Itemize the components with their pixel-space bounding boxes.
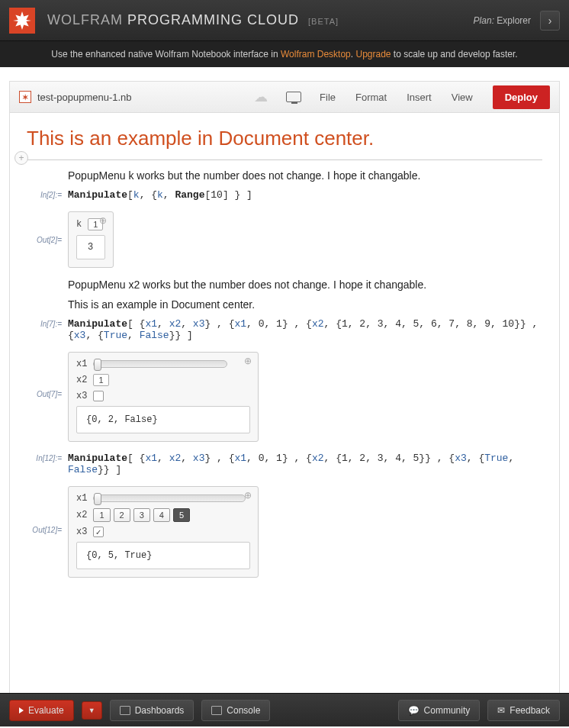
title-divider xyxy=(27,159,542,160)
slider-x1[interactable] xyxy=(93,494,246,502)
plan-label[interactable]: Plan: Explorer xyxy=(474,15,531,26)
dashboard-icon xyxy=(120,706,130,715)
control-label-k: k xyxy=(76,219,82,230)
notebook-body: + This is an example in Document center.… xyxy=(9,113,560,693)
speech-icon: 💬 xyxy=(408,705,420,716)
out-label-12: Out[12]= xyxy=(27,483,68,578)
menu-format[interactable]: Format xyxy=(355,92,387,103)
community-button[interactable]: 💬Community xyxy=(398,700,481,721)
out-label-2: Out[2]= xyxy=(27,208,68,268)
control-label-x3: x3 xyxy=(76,527,87,537)
expand-button[interactable]: › xyxy=(540,11,560,31)
setter-option-4[interactable]: 4 xyxy=(153,508,170,522)
setter-bar-x2: 12345 xyxy=(93,508,190,522)
input-cell-7[interactable]: Manipulate[ {x1, x2, x3} , {x1, 0, 1} , … xyxy=(68,318,542,341)
menu-file[interactable]: File xyxy=(320,92,336,103)
upgrade-link[interactable]: Upgrade xyxy=(355,49,391,60)
play-icon xyxy=(19,707,24,714)
cloud-sync-icon[interactable]: ☁ xyxy=(254,89,268,105)
manipulate-panel-2: ⊕ x1 x2 1 x3 {0, 2, False} xyxy=(68,352,259,442)
notebook-filename[interactable]: test-popupmenu-1.nb xyxy=(37,92,132,103)
feedback-icon: ✉ xyxy=(497,705,505,716)
control-label-x2: x2 xyxy=(76,510,87,520)
text-cell-3: This is an example in Document center. xyxy=(68,298,542,311)
manipulate-result-3: {0, 5, True} xyxy=(76,542,250,569)
control-label-x3: x3 xyxy=(76,391,87,401)
setter-option-3[interactable]: 3 xyxy=(133,508,150,522)
brand-title: WOLFRAM PROGRAMMING CLOUD [BETA] xyxy=(47,12,339,28)
slider-thumb-icon[interactable] xyxy=(94,493,101,505)
manipulate-options-icon[interactable]: ⊕ xyxy=(99,215,107,226)
slider-thumb-icon[interactable] xyxy=(94,359,101,371)
checkbox-x3[interactable] xyxy=(93,391,104,401)
manipulate-options-icon[interactable]: ⊕ xyxy=(244,356,252,366)
input-cell-12[interactable]: Manipulate[ {x1, x2, x3} , {x1, 0, 1} , … xyxy=(68,453,542,475)
deploy-button[interactable]: Deploy xyxy=(493,85,550,109)
present-icon[interactable] xyxy=(286,92,301,102)
control-label-x1: x1 xyxy=(76,493,87,504)
wolfram-logo-icon[interactable] xyxy=(9,8,35,34)
input-cell-2[interactable]: Manipulate[k, {k, Range[10] } ] xyxy=(68,189,542,201)
checkbox-x3[interactable]: ✓ xyxy=(93,527,104,537)
setter-option-5[interactable]: 5 xyxy=(173,508,190,522)
console-button[interactable]: Console xyxy=(201,700,270,721)
menu-insert[interactable]: Insert xyxy=(407,92,432,103)
notebook-file-icon: ✶ xyxy=(19,91,31,103)
promo-banner: Use the enhanced native Wolfram Notebook… xyxy=(0,41,569,67)
svg-marker-0 xyxy=(13,11,31,30)
control-label-x1: x1 xyxy=(76,359,87,369)
bottom-bar: Evaluate ▼ Dashboards Console 💬Community… xyxy=(0,693,569,726)
manipulate-result-1: 3 xyxy=(76,235,105,259)
evaluate-dropdown[interactable]: ▼ xyxy=(82,701,102,720)
dashboards-button[interactable]: Dashboards xyxy=(110,700,194,721)
in-label-12: In[12]:= xyxy=(27,453,68,475)
out-label-7: Out[7]= xyxy=(27,349,68,442)
manipulate-panel-1: ⊕ k 1 3 xyxy=(68,211,114,268)
control-label-x2: x2 xyxy=(76,375,87,385)
wolfram-desktop-link[interactable]: Wolfram Desktop xyxy=(281,49,351,60)
manipulate-panel-3: ⊕ x1 x2 12345 x3 ✓ {0, 5, True} xyxy=(68,486,259,578)
in-label-7: In[7]:= xyxy=(27,318,68,341)
feedback-button[interactable]: ✉Feedback xyxy=(487,700,560,721)
notebook-title: This is an example in Document center. xyxy=(27,127,542,150)
popup-menu-x2[interactable]: 1 xyxy=(93,374,108,386)
add-cell-button[interactable]: + xyxy=(14,151,28,165)
manipulate-result-2: {0, 2, False} xyxy=(76,406,250,433)
slider-x1[interactable] xyxy=(93,360,227,368)
text-cell-1: PopupMenu k works but the number does no… xyxy=(68,169,542,182)
setter-option-2[interactable]: 2 xyxy=(114,508,130,522)
menu-view[interactable]: View xyxy=(452,92,473,103)
setter-option-1[interactable]: 1 xyxy=(93,508,110,522)
evaluate-button[interactable]: Evaluate xyxy=(9,700,74,721)
notebook-toolbar: ✶ test-popupmenu-1.nb ☁ File Format Inse… xyxy=(9,81,560,113)
text-cell-2: PopupMenu x2 works but the number does n… xyxy=(68,279,542,291)
console-icon xyxy=(211,706,222,715)
in-label-2: In[2]:= xyxy=(27,189,68,201)
top-header: WOLFRAM PROGRAMMING CLOUD [BETA] Plan: E… xyxy=(0,0,569,41)
